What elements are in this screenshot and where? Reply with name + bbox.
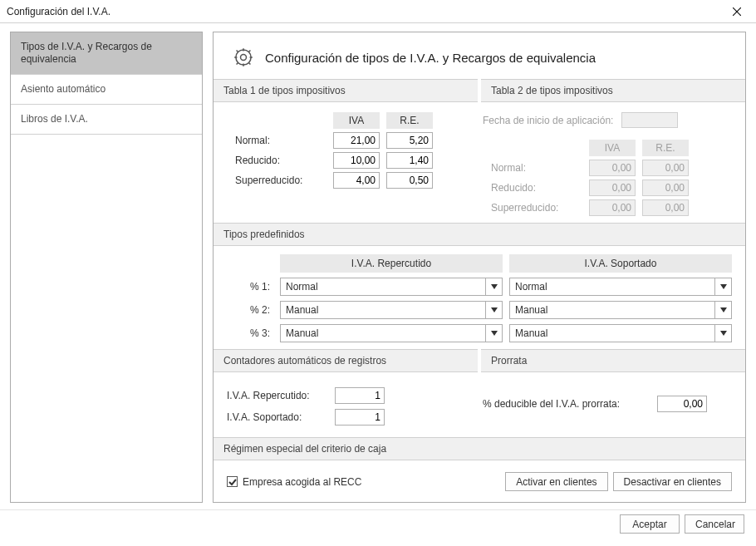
section-header-contadores: Contadores automáticos de registros (214, 349, 478, 372)
svg-marker-5 (720, 284, 727, 289)
prorrata-input[interactable] (657, 396, 707, 412)
svg-marker-9 (720, 331, 727, 336)
tabla1-reducido-re[interactable] (386, 152, 433, 169)
tables-body: IVA R.E. Normal: Reducido: Superreducido… (214, 102, 745, 223)
tabla2-normal-iva (589, 160, 636, 176)
tabla2-reducido-label: Reducido: (491, 180, 582, 196)
chevron-down-icon (485, 278, 502, 295)
sidebar: Tipos de I.V.A. y Recargos de equivalenc… (10, 32, 203, 503)
panel-title: Configuración de tipos de I.V.A. y Recar… (265, 51, 596, 65)
predef-row1-repercutido-value: Normal (286, 281, 318, 293)
sidebar-item-asiento-automatico[interactable]: Asiento automático (11, 75, 202, 105)
prorrata-label: % deducible del I.V.A. prorrata: (483, 398, 649, 410)
tabla2-superreducido-iva (589, 199, 636, 216)
tabla2-col-re: R.E. (642, 140, 689, 156)
titlebar: Configuración del I.V.A. (0, 0, 756, 23)
tabla2-reducido-iva (589, 180, 636, 196)
predef-row1-repercutido-combo[interactable]: Normal (280, 278, 503, 296)
svg-marker-7 (720, 307, 727, 312)
tabla2-normal-label: Normal: (491, 160, 582, 176)
chevron-down-icon (714, 325, 731, 342)
dialog-footer: Aceptar Cancelar (0, 509, 756, 538)
tabla1-normal-iva[interactable] (333, 132, 380, 149)
predef-row3-soportado-value: Manual (515, 327, 547, 339)
svg-marker-6 (491, 307, 498, 312)
section-row-tablas: Tabla 1 de tipos impositivos Tabla 2 de … (214, 79, 745, 102)
gear-icon (232, 46, 255, 69)
section-header-tabla2: Tabla 2 de tipos impositivos (481, 79, 745, 102)
tabla2-reducido-re (642, 180, 689, 196)
contadores-soportado-label: I.V.A. Soportado: (227, 411, 326, 423)
sidebar-item-tipos-iva[interactable]: Tipos de I.V.A. y Recargos de equivalenc… (11, 32, 202, 75)
tabla1-col-iva: IVA (333, 112, 380, 129)
svg-marker-8 (491, 331, 498, 336)
predef-row3-repercutido-combo[interactable]: Manual (280, 324, 503, 342)
tabla2-start-date-input (621, 112, 678, 128)
cancel-button[interactable]: Cancelar (685, 514, 744, 534)
tabla1-superreducido-label: Superreducido: (235, 172, 326, 189)
close-button[interactable] (723, 2, 751, 21)
tabla1-superreducido-re[interactable] (386, 172, 433, 189)
panel-header: Configuración de tipos de I.V.A. y Recar… (214, 32, 745, 79)
prorrata-block: % deducible del I.V.A. prorrata: (483, 382, 732, 430)
contadores-soportado-input[interactable] (335, 409, 385, 425)
predef-col-soportado: I.V.A. Soportado (509, 254, 732, 273)
section-header-recc: Régimen especial del criterio de caja (214, 437, 745, 460)
svg-point-3 (236, 50, 251, 65)
contadores-repercutido-label: I.V.A. Repercutido: (227, 390, 326, 401)
tabla2-col-iva: IVA (589, 140, 636, 156)
svg-marker-4 (491, 284, 498, 289)
predef-row1-soportado-value: Normal (515, 281, 547, 293)
svg-point-2 (241, 55, 247, 61)
predef-col-repercutido: I.V.A. Repercutido (280, 254, 503, 273)
predef-row1-label: % 1: (227, 281, 273, 293)
tabla1-normal-re[interactable] (386, 132, 433, 149)
tabla2-start-date-label: Fecha de inicio de aplicación: (483, 115, 613, 126)
predef-row2-label: % 2: (227, 304, 273, 316)
recc-checkbox-label: Empresa acogida al RECC (243, 476, 361, 488)
predef-row2-repercutido-combo[interactable]: Manual (280, 301, 503, 319)
contadores-repercutido-input[interactable] (335, 387, 385, 404)
predef-row2-repercutido-value: Manual (286, 304, 318, 316)
sidebar-item-libros-iva[interactable]: Libros de I.V.A. (11, 105, 202, 135)
chevron-down-icon (485, 302, 502, 318)
recc-checkbox[interactable]: Empresa acogida al RECC (227, 476, 361, 488)
chevron-down-icon (485, 325, 502, 342)
chevron-down-icon (714, 302, 731, 318)
contadores-block: I.V.A. Repercutido: I.V.A. Soportado: (227, 382, 476, 430)
content: Tipos de I.V.A. y Recargos de equivalenc… (0, 23, 756, 509)
predef-row3-repercutido-value: Manual (286, 327, 318, 339)
tabla2-normal-re (642, 160, 689, 176)
predef-row2-soportado-value: Manual (515, 304, 547, 316)
predef-body: I.V.A. Repercutido I.V.A. Soportado % 1:… (214, 246, 745, 349)
predef-row3-label: % 3: (227, 327, 273, 339)
tabla1-block: IVA R.E. Normal: Reducido: Superreducido… (227, 112, 476, 216)
tabla2-superreducido-label: Superreducido: (491, 199, 582, 216)
chevron-down-icon (714, 278, 731, 295)
section-header-predef: Tipos predefinidos (214, 223, 745, 246)
main-panel: Configuración de tipos de I.V.A. y Recar… (213, 32, 746, 503)
section-header-tabla1: Tabla 1 de tipos impositivos (214, 79, 478, 102)
tabla1-normal-label: Normal: (235, 132, 326, 149)
ok-button[interactable]: Aceptar (620, 514, 680, 534)
tabla1-reducido-iva[interactable] (333, 152, 380, 169)
predef-row3-soportado-combo[interactable]: Manual (509, 324, 732, 342)
tabla2-block: Fecha de inicio de aplicación: IVA R.E. … (483, 112, 732, 216)
predef-row2-soportado-combo[interactable]: Manual (509, 301, 732, 319)
recc-body: Empresa acogida al RECC Activar en clien… (214, 460, 745, 503)
tabla2-superreducido-re (642, 199, 689, 216)
close-icon (733, 7, 741, 16)
predef-row1-soportado-combo[interactable]: Normal (509, 278, 732, 296)
tabla1-reducido-label: Reducido: (235, 152, 326, 169)
section-row-contadores-prorrata: Contadores automáticos de registros Pror… (214, 349, 745, 372)
tabla1-col-re: R.E. (386, 112, 433, 129)
checkbox-icon (227, 476, 238, 487)
section-header-prorrata: Prorrata (481, 349, 745, 372)
recc-desactivar-button[interactable]: Desactivar en clientes (613, 472, 732, 491)
recc-activar-button[interactable]: Activar en clientes (505, 472, 607, 491)
window-title: Configuración del I.V.A. (7, 6, 110, 17)
tabla1-superreducido-iva[interactable] (333, 172, 380, 189)
